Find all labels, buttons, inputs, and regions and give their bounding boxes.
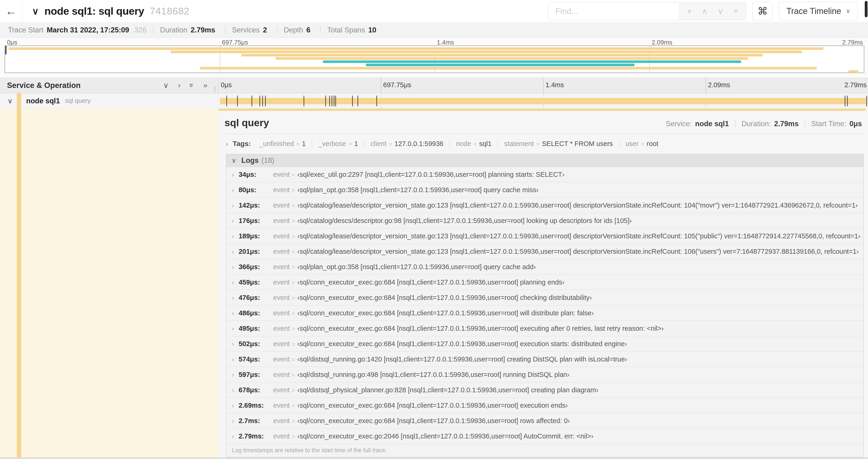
logs-accordion-header[interactable]: ∨ Logs (18) (226, 154, 863, 167)
log-entry-row[interactable]: › 486μs: event = ‹sql/conn_executor_exec… (226, 305, 863, 321)
log-timestamp: 2.79ms: (239, 432, 273, 440)
column-resizer-handle[interactable]: ∥ (214, 86, 216, 92)
time-tick-label: 1.4ms (546, 81, 564, 89)
log-entry-row[interactable]: › 678μs: event = ‹sql/distsql_physical_p… (226, 383, 863, 398)
logs-count: (18) (261, 156, 274, 165)
chevron-down-icon[interactable]: ∨ (32, 6, 39, 17)
chevron-right-icon[interactable]: › (232, 371, 234, 379)
chevron-right-icon[interactable]: › (232, 202, 234, 209)
collapse-all-icon[interactable]: » (188, 83, 196, 88)
log-entry-row[interactable]: › 2.7ms: event = ‹sql/conn_executor_exec… (226, 413, 863, 429)
chevron-right-icon[interactable]: › (232, 279, 234, 286)
minimap-span-bar (241, 54, 763, 57)
log-event-marker (847, 96, 848, 106)
log-entry-row[interactable]: › 495μs: event = ‹sql/conn_executor_exec… (226, 321, 863, 336)
log-timestamp: 502μs: (239, 340, 273, 348)
find-next-icon[interactable]: ∨ (717, 7, 723, 15)
log-timestamp: 366μs: (239, 263, 273, 271)
time-tick-label: 2.79ms (844, 81, 867, 89)
collapse-one-icon[interactable]: ∨ (163, 81, 168, 90)
find-clear-icon[interactable]: × (733, 7, 738, 15)
span-detail-indent-column (0, 109, 218, 459)
log-timestamp: 80μs: (239, 186, 273, 194)
log-timestamp: 678μs: (239, 386, 273, 394)
keyboard-shortcuts-button[interactable]: ⌘ (752, 2, 773, 21)
expand-one-icon[interactable]: › (178, 81, 181, 90)
chevron-right-icon[interactable]: › (232, 418, 234, 425)
log-field-key: event (273, 171, 290, 178)
chevron-right-icon[interactable]: › (232, 264, 234, 271)
logs-footnote: Log timestamps are relative to the start… (226, 444, 863, 457)
chevron-right-icon[interactable]: › (232, 187, 234, 194)
meta-value: 6 (306, 26, 310, 34)
log-entry-row[interactable]: › 176μs: event = ‹sql/catalog/descs/desc… (226, 213, 863, 229)
span-collapse-icon[interactable]: ∨ (7, 97, 12, 105)
focus-target-icon[interactable]: ⌖ (687, 7, 691, 15)
minimap-canvas[interactable] (5, 45, 864, 73)
chevron-right-icon[interactable]: › (232, 340, 234, 348)
expand-all-icon[interactable]: » (203, 81, 208, 90)
log-entry-row[interactable]: › 2.79ms: event = ‹sql/conn_executor_exe… (226, 429, 863, 444)
log-entry-row[interactable]: › 34μs: event = ‹sql/exec_util.go:2297 [… (226, 167, 863, 183)
span-row[interactable]: ∨ node sql1 sql query (0, 93, 868, 109)
trace-view-selector[interactable]: Trace Timeline ∨ (779, 2, 858, 21)
chevron-right-icon[interactable]: › (232, 325, 234, 332)
time-tick-label: 2.09ms (708, 81, 730, 89)
log-field-value: ‹sql/plan_opt.go:358 [nsql1,client=127.0… (297, 186, 538, 194)
chevron-right-icon[interactable]: › (232, 387, 234, 394)
find-controls: ⌖ ∧ ∨ × (679, 3, 746, 20)
log-field-key: event (273, 186, 290, 194)
log-entry-row[interactable]: › 189μs: event = ‹sql/catalog/lease/desc… (226, 229, 863, 244)
log-entry-row[interactable]: › 574μs: event = ‹sql/distsql_running.go… (226, 352, 863, 367)
log-entry-row[interactable]: › 366μs: event = ‹sql/plan_opt.go:358 [n… (226, 259, 863, 275)
find-input[interactable] (548, 3, 679, 20)
span-duration-bar[interactable] (220, 98, 867, 104)
chevron-right-icon[interactable]: › (232, 310, 234, 317)
tag-item: statement = SELECT * FROM users (498, 140, 620, 148)
log-field-value: ‹sql/exec_util.go:2297 [nsql1,client=127… (297, 171, 564, 178)
log-equals: = (292, 295, 295, 301)
chevron-right-icon[interactable]: › (232, 433, 234, 440)
minimap-drag-handle[interactable] (5, 46, 6, 54)
log-entry-row[interactable]: › 80μs: event = ‹sql/plan_opt.go:358 [ns… (226, 183, 863, 198)
time-tick-label: 0μs (7, 39, 17, 46)
chevron-right-icon[interactable]: › (232, 233, 234, 240)
log-event-marker (304, 96, 304, 106)
chevron-right-icon[interactable]: › (232, 402, 234, 409)
scrollbar-thumb[interactable] (865, 1, 868, 17)
log-entry-row[interactable]: › 201μs: event = ‹sql/catalog/lease/desc… (226, 244, 863, 259)
chevron-right-icon[interactable]: › (232, 171, 234, 178)
log-equals: = (292, 325, 295, 332)
find-prev-icon[interactable]: ∧ (702, 7, 708, 15)
back-button[interactable]: ← (0, 0, 22, 22)
trace-minimap: 0μs697.75μs1.4ms2.09ms2.79ms (0, 38, 868, 77)
log-event-marker (259, 96, 260, 106)
log-timestamp: 34μs: (239, 171, 273, 178)
log-field-value: ‹sql/catalog/lease/descriptor_version_st… (297, 248, 859, 255)
page-title: node sql1: sql query (44, 5, 144, 17)
span-stat-value: 0μs (849, 120, 862, 127)
chevron-right-icon[interactable]: › (232, 356, 234, 363)
tag-key: statement (504, 140, 534, 148)
chevron-right-icon[interactable]: › (232, 294, 234, 302)
log-entry-row[interactable]: › 142μs: event = ‹sql/catalog/lease/desc… (226, 198, 863, 213)
span-row-name-column[interactable]: ∨ node sql1 sql query (0, 93, 218, 108)
chevron-right-icon[interactable]: › (232, 217, 234, 225)
log-entry-row[interactable]: › 476μs: event = ‹sql/conn_executor_exec… (226, 290, 863, 305)
tag-value: sql1 (479, 140, 491, 148)
log-entry-row[interactable]: › 502μs: event = ‹sql/conn_executor_exec… (226, 336, 863, 352)
chevron-right-icon[interactable]: › (226, 140, 228, 147)
top-bar-actions: ⌖ ∧ ∨ × ⌘ Trace Timeline ∨ (548, 2, 868, 21)
span-bar-track[interactable] (218, 93, 868, 108)
log-field-key: event (273, 294, 290, 302)
chevron-down-icon[interactable]: ∨ (231, 157, 236, 164)
timeline-gridline (706, 77, 706, 93)
trace-title-group[interactable]: ∨ node sql1: sql query 7418682 (32, 5, 189, 17)
log-entry-row[interactable]: › 597μs: event = ‹sql/distsql_running.go… (226, 367, 863, 383)
vertical-scrollbar[interactable] (864, 0, 868, 459)
tag-value: 1 (302, 140, 306, 148)
tags-accordion[interactable]: › Tags: _unfinished = 1 _verbose = (224, 134, 864, 152)
chevron-right-icon[interactable]: › (232, 248, 234, 255)
log-entry-row[interactable]: › 2.69ms: event = ‹sql/conn_executor_exe… (226, 398, 863, 413)
log-entry-row[interactable]: › 459μs: event = ‹sql/conn_executor_exec… (226, 275, 863, 290)
